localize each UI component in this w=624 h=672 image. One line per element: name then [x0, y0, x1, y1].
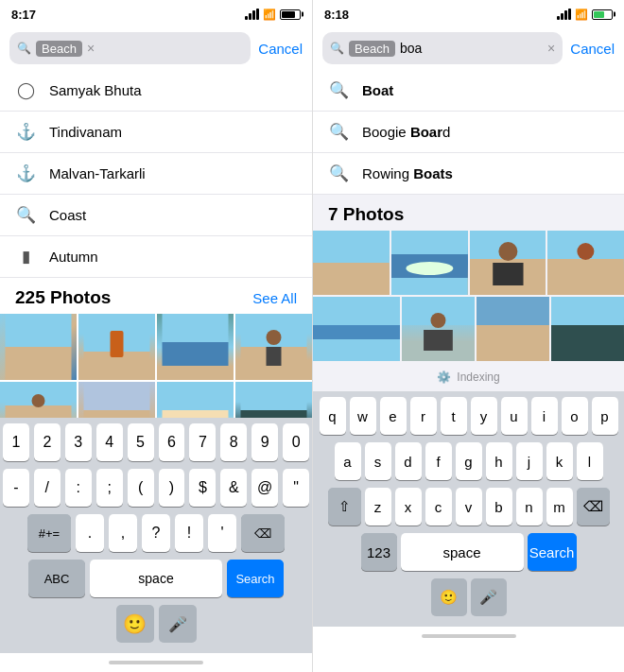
suggestion-malvan[interactable]: ⚓ Malvan-Tarkarli — [0, 153, 312, 195]
photo-cell[interactable] — [391, 231, 468, 295]
key-4[interactable]: 4 — [96, 423, 123, 461]
photo-cell[interactable] — [313, 297, 400, 361]
key-j[interactable]: j — [516, 442, 543, 480]
right-search-key[interactable]: Search — [528, 533, 577, 571]
key-e[interactable]: e — [380, 397, 407, 435]
key-a[interactable]: a — [335, 442, 361, 480]
photo-cell[interactable] — [313, 231, 390, 295]
left-keyboard: 1 2 3 4 5 6 7 8 9 0 - / : ; ( ) $ & @ " … — [0, 418, 312, 653]
shift-key[interactable]: ⇧ — [328, 488, 361, 526]
key-i[interactable]: i — [531, 397, 558, 435]
photo-cell[interactable] — [78, 382, 155, 418]
key-p[interactable]: p — [592, 397, 618, 435]
key-8[interactable]: 8 — [220, 423, 247, 461]
key-rparen[interactable]: ) — [159, 469, 185, 507]
key-y[interactable]: y — [471, 397, 497, 435]
left-search-bar[interactable]: 🔍 Beach × Cancel — [0, 26, 312, 70]
photo-cell[interactable] — [470, 231, 546, 295]
abc-key[interactable]: ABC — [28, 560, 85, 597]
right-search-bar[interactable]: 🔍 Beach boa × Cancel — [313, 26, 624, 70]
emoji-key[interactable]: 🙂 — [116, 605, 154, 643]
key-c[interactable]: c — [425, 488, 452, 526]
mic-key[interactable]: 🎤 — [159, 605, 197, 643]
suggestion-autumn[interactable]: ▮ Autumn — [0, 236, 312, 278]
key-t[interactable]: t — [441, 397, 467, 435]
suggestion-rowing[interactable]: 🔍 Rowing Boats — [313, 153, 624, 195]
emoji-key[interactable]: 🙂 — [431, 578, 467, 616]
key-x[interactable]: x — [395, 488, 422, 526]
right-clear-button[interactable]: × — [547, 41, 555, 56]
key-quote[interactable]: " — [283, 469, 309, 507]
key-comma[interactable]: , — [109, 514, 137, 552]
photo-cell[interactable] — [477, 297, 549, 361]
key-n[interactable]: n — [516, 488, 543, 526]
key-w[interactable]: w — [350, 397, 376, 435]
photo-cell[interactable] — [235, 382, 312, 418]
right-space-key[interactable]: space — [401, 533, 524, 571]
key-apos[interactable]: ' — [208, 514, 236, 552]
key-semicolon[interactable]: ; — [96, 469, 123, 507]
key-5[interactable]: 5 — [128, 423, 154, 461]
key-amp[interactable]: & — [220, 469, 247, 507]
see-all-button[interactable]: See All — [252, 290, 297, 306]
left-clear-button[interactable]: × — [87, 41, 95, 56]
key-u[interactable]: u — [501, 397, 528, 435]
key-o[interactable]: o — [562, 397, 588, 435]
key-3[interactable]: 3 — [65, 423, 92, 461]
key-b[interactable]: b — [486, 488, 512, 526]
key-l[interactable]: l — [577, 442, 603, 480]
left-search-field[interactable]: 🔍 Beach × — [9, 32, 251, 64]
num-key[interactable]: 123 — [361, 533, 397, 571]
left-cancel-button[interactable]: Cancel — [258, 41, 303, 57]
key-m[interactable]: m — [546, 488, 573, 526]
key-g[interactable]: g — [456, 442, 482, 480]
key-1[interactable]: 1 — [3, 423, 29, 461]
suggestion-coast[interactable]: 🔍 Coast — [0, 195, 312, 236]
photo-cell[interactable] — [547, 231, 624, 295]
photo-cell[interactable] — [0, 314, 77, 380]
key-2[interactable]: 2 — [34, 423, 61, 461]
space-key[interactable]: space — [90, 560, 222, 597]
photo-cell[interactable] — [78, 314, 155, 380]
photo-cell[interactable] — [0, 382, 77, 418]
backspace-key[interactable]: ⌫ — [241, 514, 285, 552]
right-cancel-button[interactable]: Cancel — [570, 41, 615, 57]
key-f[interactable]: f — [425, 442, 452, 480]
key-v[interactable]: v — [456, 488, 482, 526]
key-0[interactable]: 0 — [283, 423, 309, 461]
suggestion-boogie[interactable]: 🔍 Boogie Board — [313, 112, 624, 153]
key-k[interactable]: k — [546, 442, 573, 480]
photo-cell[interactable] — [235, 314, 312, 380]
key-q[interactable]: q — [320, 397, 346, 435]
key-dash[interactable]: - — [3, 469, 29, 507]
mic-key[interactable]: 🎤 — [471, 578, 507, 616]
key-colon[interactable]: : — [65, 469, 92, 507]
suggestion-samyak[interactable]: ◯ Samyak Bhuta — [0, 70, 312, 112]
key-excl[interactable]: ! — [175, 514, 203, 552]
suggestion-tindivanam[interactable]: ⚓ Tindivanam — [0, 112, 312, 153]
key-dollar[interactable]: $ — [189, 469, 216, 507]
right-backspace-key[interactable]: ⌫ — [577, 488, 610, 526]
photo-cell[interactable] — [402, 297, 475, 361]
key-hashplus[interactable]: #+= — [27, 514, 71, 552]
key-z[interactable]: z — [365, 488, 391, 526]
key-period[interactable]: . — [76, 514, 104, 552]
suggestion-boat[interactable]: 🔍 Boat — [313, 70, 624, 112]
key-9[interactable]: 9 — [251, 423, 278, 461]
key-at[interactable]: @ — [251, 469, 278, 507]
photo-cell[interactable] — [551, 297, 624, 361]
photo-cell[interactable] — [157, 314, 234, 380]
right-search-field[interactable]: 🔍 Beach boa × — [322, 32, 563, 64]
search-key[interactable]: Search — [227, 560, 284, 597]
key-6[interactable]: 6 — [159, 423, 185, 461]
key-lparen[interactable]: ( — [128, 469, 154, 507]
key-r[interactable]: r — [410, 397, 437, 435]
key-d[interactable]: d — [395, 442, 422, 480]
key-slash[interactable]: / — [34, 469, 61, 507]
key-question[interactable]: ? — [142, 514, 170, 552]
right-search-input[interactable]: boa — [400, 41, 543, 56]
key-s[interactable]: s — [365, 442, 391, 480]
photo-cell[interactable] — [157, 382, 234, 418]
key-h[interactable]: h — [486, 442, 512, 480]
key-7[interactable]: 7 — [189, 423, 216, 461]
